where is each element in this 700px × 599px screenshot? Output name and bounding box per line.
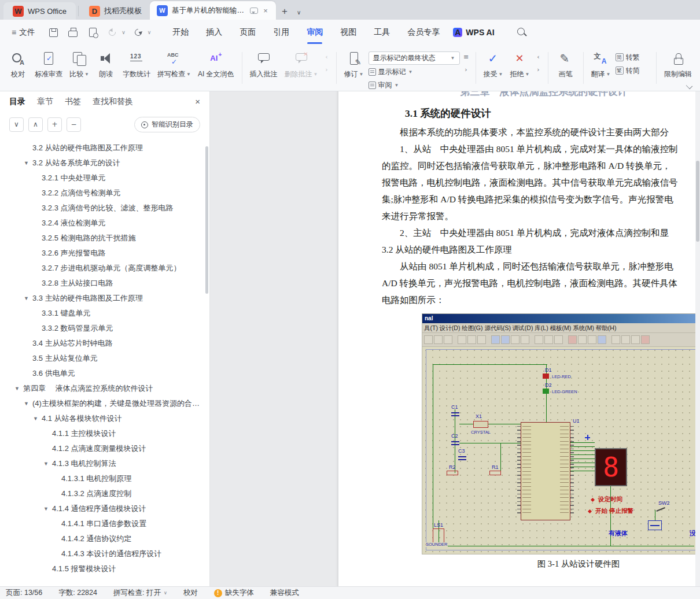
show-markup-button[interactable]: 显示标记▼ [369,66,460,78]
ribbon-tab[interactable]: 工具 [366,20,397,45]
toc-expand-all-button[interactable]: + [47,117,62,132]
toc-item[interactable]: ▼ 4.1.5 报警模块设计 [0,561,209,576]
comment-bubble-icon[interactable] [250,8,258,14]
toc-item[interactable]: ▼ 4.1.3.1 电机控制原理 [0,471,209,486]
toc-item[interactable]: ▼ (4)主模块框架的构建，关键是微处理器资源的合理 ... [0,396,209,411]
toc-nav-down-button[interactable]: ∨ [9,117,24,132]
word-count-indicator[interactable]: 字数: 22824 [58,588,97,598]
toc-item[interactable]: ▼ 4.1 从站各模块软件设计 [0,411,209,426]
sidebar-tab[interactable]: 查找和替换 [93,97,133,107]
document-scrollbar-thumb[interactable] [696,161,699,242]
toc-expand-arrow-icon[interactable]: ▼ [24,156,29,171]
tab-list-caret-icon[interactable]: ∨ [293,9,304,20]
review-pane-button[interactable]: 审阅▼ [369,79,460,91]
undo-button[interactable] [105,25,119,39]
toc-item[interactable]: ▼ 3.2.6 声光报警电路 [0,246,209,261]
ink-pen-button[interactable]: 画笔 [552,45,579,91]
toc-item[interactable]: ▼ 第四章 液体点滴监控系统的软件设计 [0,381,209,396]
toc-item[interactable]: ▼ 4.1.4 通信程序通信模块设计 [0,501,209,516]
toc-expand-arrow-icon[interactable]: ▼ [24,396,29,411]
close-tab-icon[interactable]: × [262,6,269,15]
tab-wps-home[interactable]: W WPS Office [3,2,76,20]
embedded-circuit-figure[interactable]: nal 具(T) 设计(D) 绘图(G) 源代码(S) 调试(D) 库(L) 模… [422,314,699,554]
tab-active-document[interactable]: W 基于单片机的智能输液报警器 × [150,1,276,20]
reject-change-button[interactable]: 拒绝▼ [507,45,533,91]
ribbon-tab[interactable]: 插入 [198,20,230,45]
search-icon[interactable] [514,25,529,40]
document-scrollbar[interactable] [695,91,700,586]
compatibility-mode-indicator[interactable]: 兼容模式 [270,588,299,598]
toc-item[interactable]: ▼ 4.1.3 电机控制算法 [0,456,209,471]
toc-item[interactable]: ▼ 3.3.2 数码管显示单元 [0,321,209,336]
new-tab-button[interactable]: + [276,6,293,20]
compare-button[interactable]: 比较▼ [66,45,93,91]
sidebar-scrollbar[interactable] [205,146,208,294]
toc-item[interactable]: ▼ 3.2.8 主从站接口电路 [0,276,209,291]
proofing-button[interactable]: 校对 [5,45,31,91]
delete-comment-button[interactable]: ✕ 删除批注▼ [281,45,322,91]
toc-nav-up-button[interactable]: ∧ [28,117,43,132]
ribbon-tab[interactable]: 页面 [232,20,263,45]
insert-comment-button[interactable]: 插入批注 [246,45,281,91]
toc-item[interactable]: ▼ 4.1.4.3 本设计的通信程序设计 [0,546,209,561]
toc-expand-arrow-icon[interactable]: ▼ [14,381,20,396]
accept-change-button[interactable]: 接受▼ [480,45,507,91]
redo-caret-icon[interactable]: ∨ [148,29,152,35]
toc-item[interactable]: ▼ 3.2.4 液位检测单元 [0,216,209,231]
redo-button[interactable] [131,25,145,39]
toc-item[interactable]: ▼ 3.2 从站的硬件电路图及工作原理 [0,140,209,156]
toc-item[interactable]: ▼ 3.6 供电单元 [0,366,209,381]
spell-check-toggle[interactable]: 拼写检查: 打开∨ [113,588,167,598]
ribbon-tab[interactable]: 视图 [333,20,364,45]
standard-review-button[interactable]: 标准审查 [31,45,66,91]
markup-mini-icon-1[interactable]: ≡ [461,53,471,62]
word-count-button[interactable]: 字数统计 [119,45,154,91]
ribbon-tab[interactable]: 开始 [165,20,196,45]
ai-polish-button[interactable]: AI 全文润色 [194,45,238,91]
to-simplified-button[interactable]: 繁 转简 [616,65,640,76]
wps-ai-button[interactable]: A WPS AI [453,28,494,37]
toc-item[interactable]: ▼ 4.1.1 主控模块设计 [0,426,209,441]
toc-item[interactable]: ▼ 3.3 主站的硬件电路图及工作原理 [0,291,209,306]
markup-mini-icon-2[interactable]: › [461,65,471,75]
toc-item[interactable]: ▼ 3.2.2 点滴信号检测单元 [0,186,209,201]
sidebar-tab[interactable]: 目录 [9,97,25,107]
translate-button[interactable]: 翻译▼ [588,45,614,91]
next-comment-icon[interactable]: › [322,65,332,75]
missing-font-warning[interactable]: !缺失字体 [214,588,254,598]
ribbon-tab[interactable]: 审阅 [299,20,330,45]
close-sidebar-icon[interactable]: × [195,97,200,106]
print-preview-button[interactable] [86,25,100,39]
toc-expand-arrow-icon[interactable]: ▼ [24,291,29,306]
toc-item[interactable]: ▼ 3.2.7 步进电机驱动单元（高度调整单元） [0,261,209,276]
document-text-block[interactable]: 3.1 系统的硬件设计 根据本系统的功能具体要求，本监控系统的硬件设计主要由两大… [382,103,700,308]
to-traditional-button[interactable]: 简 转繁 [616,51,640,63]
toc-item[interactable]: ▼ 4.1.2 点滴速度测量模块设计 [0,441,209,456]
toc-item[interactable]: ▼ 3.3.1 键盘单元 [0,306,209,321]
toc-expand-arrow-icon[interactable]: ▼ [43,456,49,471]
ribbon-tab[interactable]: 引用 [266,20,297,45]
toc-item[interactable]: ▼ 3.5 主从站复位单元 [0,351,209,366]
read-aloud-button[interactable]: 朗读 [93,45,119,91]
file-menu-button[interactable]: ≡ 文件 [8,27,38,38]
previous-comment-icon[interactable]: ‹ [322,53,332,62]
toc-item[interactable]: ▼ 4.1.3.2 点滴速度控制 [0,486,209,501]
toc-collapse-all-button[interactable]: − [67,117,81,132]
undo-caret-icon[interactable]: ∨ [121,29,126,35]
sidebar-tab[interactable]: 书签 [65,97,81,107]
toc-expand-arrow-icon[interactable]: ▼ [33,411,38,426]
toc-item[interactable]: ▼ 3.2 从站各系统单元的设计 [0,156,209,171]
toc-item[interactable]: ▼ 3.2.1 中央处理单元 [0,171,209,186]
proofing-status[interactable]: 校对 [183,588,198,598]
sidebar-tab[interactable]: 章节 [37,97,53,107]
page-indicator[interactable]: 页面: 13/56 [6,588,42,598]
tab-docer-templates[interactable]: D 找稻壳模板 [81,2,150,20]
smart-toc-button[interactable]: 智能识别目录 [134,117,200,132]
spell-check-button[interactable]: 拼写检查▼ [154,45,194,91]
toc-item[interactable]: ▼ 4.1.4.1 串口通信参数设置 [0,516,209,531]
toc-item[interactable]: ▼ 4.1.4.2 通信协议约定 [0,531,209,546]
previous-change-icon[interactable]: ‹ [533,53,544,62]
markup-state-dropdown[interactable]: 显示标记的最终状态 ▼ [369,51,460,65]
ribbon-tab[interactable]: 会员专享 [400,20,447,45]
toc-item[interactable]: ▼ 3.2.3 点滴信号的比较、滤波、整形电路 [0,201,209,216]
